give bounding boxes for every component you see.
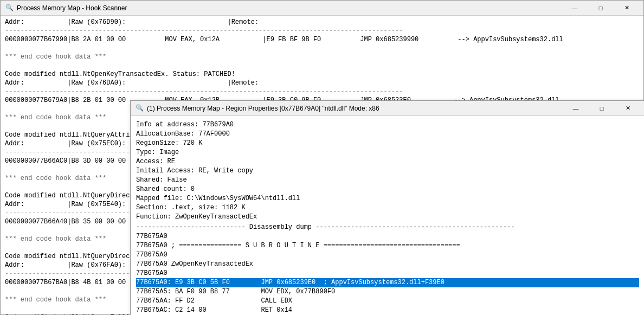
- disasm-header: ---------------------------- Disassembly…: [136, 223, 639, 232]
- main-close-button[interactable]: ✕: [614, 3, 639, 14]
- main-titlebar: 🔍 Process Memory Map - Hook Scanner — □ …: [1, 1, 643, 16]
- info-region-size: RegionSize: 720 K: [136, 139, 639, 148]
- info-shared: Shared: False: [136, 176, 639, 185]
- disasm-line-highlighted: 77B675A0: E9 3B C0 5B F0 JMP 0x685239E0 …: [136, 278, 639, 287]
- info-type: Type: Image: [136, 148, 639, 157]
- info-function: Function: ZwOpenKeyTransactedEx: [136, 213, 639, 222]
- info-address: Info at address: 77B679A0: [136, 120, 639, 130]
- app-icon: 🔍: [5, 4, 14, 12]
- popup-window: 🔍 (1) Process Memory Map - Region Proper…: [130, 100, 644, 315]
- popup-title: (1) Process Memory Map - Region Properti…: [147, 105, 379, 112]
- header-line-1: Addr: |Raw (0x76D90): |Remote:: [5, 18, 639, 27]
- popup-titlebar-left: 🔍 (1) Process Memory Map - Region Proper…: [135, 104, 379, 113]
- info-section: Section: .text, size: 1182 K: [136, 203, 639, 213]
- info-access: Access: RE: [136, 157, 639, 166]
- disasm-line-9: 77B675AC: C2 14 00 RET 0x14: [136, 306, 639, 315]
- popup-titlebar: 🔍 (1) Process Memory Map - Region Proper…: [131, 101, 644, 116]
- main-window-title: Process Memory Map - Hook Scanner: [17, 4, 127, 12]
- popup-app-icon: 🔍: [135, 104, 144, 113]
- blank-2: [5, 61, 639, 70]
- popup-close-button[interactable]: ✕: [615, 103, 640, 114]
- popup-minimize-button[interactable]: —: [563, 103, 588, 114]
- main-titlebar-left: 🔍 Process Memory Map - Hook Scanner: [5, 4, 127, 12]
- disasm-line-4: 77B675A0 ZwOpenKeyTransactedEx: [136, 260, 639, 269]
- main-minimize-button[interactable]: —: [562, 3, 587, 14]
- disasm-line-8: 77B675AA: FF D2 CALL EDX: [136, 297, 639, 306]
- disasm-line-1: 77B675A0: [136, 232, 639, 241]
- header-line-2: Addr: |Raw (0x76DA0): |Remote:: [5, 79, 639, 87]
- modified-line-1: Code modified ntdll.NtOpenKeyTransactedE…: [5, 70, 639, 79]
- main-maximize-button[interactable]: □: [588, 3, 613, 14]
- popup-content[interactable]: Info at address: 77B679A0 AllocationBase…: [131, 116, 644, 315]
- separator-2: ----------------------------------------…: [5, 87, 639, 96]
- disasm-line-7: 77B675A5: BA F0 90 B8 77 MOV EDX, 0x77B8…: [136, 287, 639, 297]
- main-titlebar-controls: — □ ✕: [562, 3, 639, 14]
- end-hook-1: *** end code hook data ***: [5, 53, 639, 61]
- disasm-line-2: 77B675A0 ; ================ S U B R O U …: [136, 241, 639, 250]
- info-alloc-base: AllocationBase: 77AF0000: [136, 130, 639, 139]
- info-initial-access: Initail Access: RE, Write copy: [136, 166, 639, 176]
- popup-titlebar-controls: — □ ✕: [563, 103, 640, 114]
- info-mapped-file: Mapped file: C:\Windows\SysWOW64\ntdll.d…: [136, 194, 639, 203]
- popup-maximize-button[interactable]: □: [589, 103, 614, 114]
- disasm-section: ---------------------------- Disassembly…: [136, 223, 639, 315]
- code-line-1: 0000000077B67990|B8 2A 01 00 00 MOV EAX,…: [5, 35, 639, 44]
- blank-1: [5, 44, 639, 53]
- separator-1: ----------------------------------------…: [5, 27, 639, 35]
- disasm-line-5: 77B675A0: [136, 269, 639, 278]
- info-shared-count: Shared count: 0: [136, 185, 639, 194]
- disasm-line-3: 77B675A0: [136, 250, 639, 260]
